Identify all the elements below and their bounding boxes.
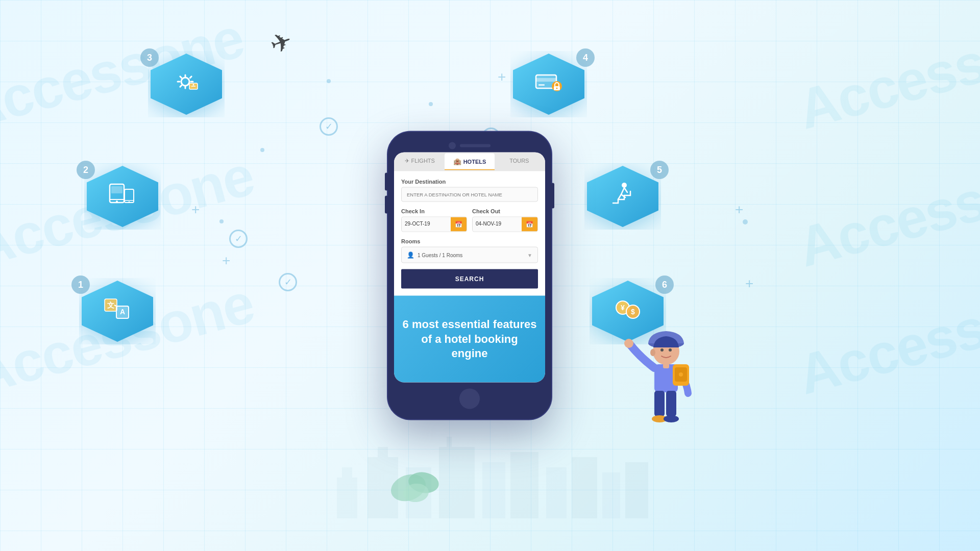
plus-6: + [745, 276, 753, 292]
svg-point-61 [679, 372, 683, 377]
svg-point-10 [192, 84, 194, 85]
svg-rect-39 [342, 467, 352, 478]
checkout-calendar-button[interactable]: 📅 [522, 217, 537, 232]
svg-point-65 [664, 415, 679, 422]
destination-input[interactable] [401, 187, 538, 202]
check-4: ✓ [279, 273, 297, 291]
phone-notch [394, 138, 545, 153]
check-2: ✓ [229, 230, 248, 248]
svg-text:文: 文 [107, 301, 114, 309]
hex-number-6: 6 [655, 276, 674, 294]
tab-hotels-label: HOTELS [463, 158, 486, 164]
hexagon-5 [584, 163, 661, 230]
power-button [551, 183, 554, 209]
volume-down-button [385, 196, 388, 214]
hotel-icon: 🏨 [453, 158, 461, 165]
svg-rect-18 [111, 186, 122, 193]
svg-rect-48 [572, 457, 597, 518]
connect-lines [0, 0, 153, 77]
dot-7 [743, 219, 748, 224]
hex-number-1: 1 [71, 276, 90, 294]
hex-number-5: 5 [650, 161, 669, 179]
svg-text:¥: ¥ [621, 304, 625, 312]
hexagon-3 [148, 51, 225, 117]
hex-container-3: 3 [148, 51, 225, 117]
checkin-calendar-button[interactable]: 📅 [451, 217, 467, 232]
dot-3 [219, 219, 224, 223]
plus-2: + [222, 253, 230, 269]
hexagon-4 [510, 51, 587, 117]
checkin-label: Check In [401, 208, 467, 214]
app-promo-section: 6 most essential features of a hotel boo… [394, 296, 545, 383]
svg-point-7 [181, 78, 189, 86]
tab-flights[interactable]: ✈ FLIGHTS [395, 154, 445, 170]
svg-rect-63 [666, 391, 676, 416]
phone-speaker [460, 144, 491, 147]
steps-icon [609, 180, 637, 213]
person-icon: 👤 [407, 252, 414, 259]
svg-rect-26 [536, 78, 556, 82]
translate-icon: 文 A [102, 295, 133, 328]
hexagon-1: 文 A [79, 278, 156, 344]
rooms-select[interactable]: 👤 1 Guests / 1 Rooms ▼ [401, 247, 538, 263]
svg-text:A: A [120, 308, 125, 316]
destination-label: Your Destination [401, 179, 538, 185]
phone-wrapper: ✈ FLIGHTS 🏨 HOTELS TOURS Your Destinatio… [388, 132, 551, 419]
svg-point-67 [669, 348, 672, 352]
settings-icon [173, 68, 201, 101]
volume-up-button [385, 173, 388, 191]
dot-6 [429, 102, 433, 106]
phone-mockup: ✈ FLIGHTS 🏨 HOTELS TOURS Your Destinatio… [388, 132, 551, 419]
character-illustration [612, 317, 725, 523]
hex-number-4: 4 [576, 48, 595, 67]
svg-rect-46 [510, 452, 538, 518]
promo-text: 6 most essential features of a hotel boo… [402, 317, 537, 361]
checkin-field: Check In 29-OCT-19 📅 [401, 208, 467, 232]
svg-point-58 [624, 339, 633, 348]
rooms-label: Rooms [401, 238, 538, 244]
tab-tours[interactable]: TOURS [495, 154, 544, 170]
chevron-down-icon: ▼ [527, 252, 532, 258]
phone-camera [449, 142, 456, 149]
checkin-value: 29-OCT-19 [402, 217, 451, 232]
svg-rect-45 [482, 462, 505, 518]
hex-container-2: 2 [84, 163, 161, 230]
svg-point-32 [622, 183, 627, 188]
checkout-value: 04-NOV-19 [473, 217, 522, 232]
checkin-input-wrap: 29-OCT-19 📅 [401, 217, 467, 232]
devices-icon [107, 180, 138, 213]
svg-point-17 [129, 201, 130, 203]
rooms-value: 1 Guests / 1 Rooms [418, 252, 524, 258]
phone-screen: ✈ FLIGHTS 🏨 HOTELS TOURS Your Destinatio… [394, 153, 545, 383]
check-1: ✓ [320, 117, 338, 136]
home-button[interactable] [459, 389, 480, 409]
svg-rect-47 [546, 467, 567, 518]
svg-point-30 [556, 87, 558, 89]
dot-1 [327, 79, 331, 83]
search-button[interactable]: SEARCH [401, 269, 538, 289]
hex-container-1: 1 文 A [79, 278, 156, 344]
svg-text:$: $ [631, 308, 635, 316]
hex-container-5: 5 [584, 163, 661, 230]
svg-rect-41 [378, 447, 388, 457]
dates-row: Check In 29-OCT-19 📅 Check Out 04-NOV-19… [401, 208, 538, 232]
app-body: Your Destination Check In 29-OCT-19 📅 Ch… [394, 171, 545, 296]
tab-hotels[interactable]: 🏨 HOTELS [445, 154, 494, 170]
dot-2 [260, 148, 264, 152]
hex-container-4: 4 [510, 51, 587, 117]
svg-point-66 [660, 348, 664, 352]
app-tabs: ✈ FLIGHTS 🏨 HOTELS TOURS [394, 153, 545, 171]
plus-3: + [498, 69, 506, 85]
svg-point-56 [650, 349, 655, 356]
phone-home-area [394, 383, 545, 413]
plus-5: + [735, 202, 743, 218]
checkout-input-wrap: 04-NOV-19 📅 [472, 217, 538, 232]
plus-1: + [191, 202, 200, 218]
payment-icon [533, 68, 564, 101]
svg-rect-68 [663, 363, 669, 368]
svg-rect-62 [654, 391, 665, 416]
checkout-label: Check Out [472, 208, 538, 214]
hexagon-2 [84, 163, 161, 230]
foliage-left [388, 457, 449, 510]
svg-rect-44 [447, 437, 452, 447]
